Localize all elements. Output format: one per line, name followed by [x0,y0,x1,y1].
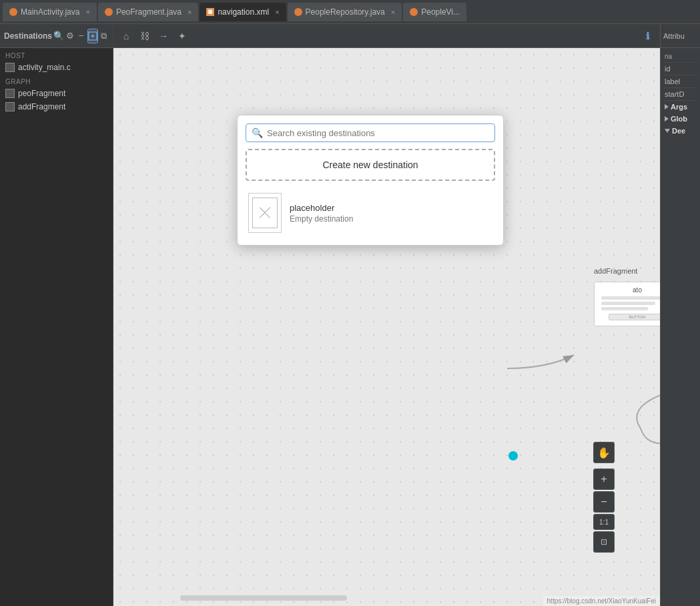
fragment-button: BUTTON [609,314,660,320]
tab-close-icon[interactable]: × [188,8,192,16]
search-box: 🔍 [246,123,495,142]
arrow-button[interactable]: → [155,27,172,45]
zoom-ratio-label: 1:1 [593,514,615,530]
glob-triangle-icon [665,116,669,121]
new-destination-button[interactable] [87,29,98,43]
info-button[interactable]: ℹ [639,27,656,45]
fragment-line-1 [601,296,660,300]
attr-row-id: id [663,63,697,75]
canvas-content[interactable]: addFragment ato BUTTON [113,48,660,606]
tab-label: MainActivity.java [21,7,79,17]
tab-label: navigation.xml [218,7,269,17]
sidebar-item-add-fragment[interactable]: addFragment [0,100,113,113]
hand-tool-button[interactable]: ✋ [593,442,615,463]
search-button[interactable]: 🔍 [53,29,64,43]
tab-close-icon[interactable]: × [85,8,89,16]
link-button[interactable]: ⛓ [136,27,153,45]
sidebar-title: Destinations [4,31,52,41]
right-panel-header: Attribu [661,24,700,48]
dest-name: placeholder [290,203,353,213]
right-panel-content: na id label startD Args Glob [661,48,700,606]
fragment-card: ato BUTTON [594,282,660,326]
sidebar-toolbar: Destinations 🔍 ⚙ − ⧉ [0,24,113,48]
tab-label: PeoFragment.java [116,7,182,17]
attr-row-label: label [663,75,697,88]
magic-button[interactable]: ✦ [173,27,191,45]
search-existing-destinations-input[interactable] [267,128,489,138]
tab-label: PeopleRepository.java [306,7,385,17]
zoom-in-button[interactable]: + [593,469,615,490]
canvas-area: ⌂ ⛓ → ✦ ℹ addFragment ato BUTTON [113,24,660,606]
create-new-destination-button[interactable]: Create new destination [246,149,495,181]
sidebar-item-activity-main[interactable]: activity_main.c [0,61,113,74]
attr-na-label: na [665,53,696,60]
sidebar-item-label: activity_main.c [18,63,71,72]
destination-dropdown: 🔍 Create new destination [237,115,504,246]
dee-label: Dee [672,127,685,135]
glob-label: Glob [671,115,687,123]
graph-section-label: GRAPH [0,74,113,87]
fragment-button-text: BUTTON [629,315,646,319]
attr-startd-label: startD [665,90,696,98]
fragment-icon [5,89,15,98]
home-button[interactable]: ⌂ [117,27,135,45]
thumb-border [252,198,278,228]
tab-navigation-xml[interactable]: ▣ navigation.xml × [200,3,286,21]
nav-toolbar: ⌂ ⛓ → ✦ ℹ [113,24,660,48]
dest-sub: Empty destination [290,214,353,224]
fragment-line-2 [601,302,655,305]
right-panel-title: Attribu [663,32,685,40]
fragment-line-3 [601,307,648,310]
java-icon [9,8,17,16]
add-fragment-label: addFragment [594,267,637,275]
copy-button[interactable]: ⧉ [99,29,109,43]
sidebar-item-label: peoFragment [18,89,65,98]
tab-people-vi[interactable]: PeopleVi... [403,3,466,21]
host-section-label: HOST [0,48,113,61]
tab-close-icon[interactable]: × [391,8,395,16]
h-scrollbar[interactable] [180,595,347,601]
attr-id-label: id [665,65,696,73]
destination-item-placeholder[interactable]: placeholder Empty destination [246,189,495,237]
attr-row-na: na [663,51,697,63]
sidebar-item-peo-fragment[interactable]: peoFragment [0,87,113,100]
fit-screen-button[interactable]: ⊡ [593,531,615,553]
activity-icon [5,63,15,72]
minus-button[interactable]: − [76,29,85,43]
tab-label: PeopleVi... [421,7,460,17]
tab-people-repository[interactable]: PeopleRepository.java × [288,3,402,21]
create-new-label: Create new destination [322,160,418,170]
tab-bar: MainActivity.java × PeoFragment.java × ▣… [0,0,700,24]
tab-peo-fragment[interactable]: PeoFragment.java × [98,3,199,21]
args-section[interactable]: Args [663,101,697,113]
dee-triangle-icon [665,129,670,133]
attr-row-startd: startD [663,88,697,101]
zoom-out-button[interactable]: − [593,491,615,513]
sidebar: Destinations 🔍 ⚙ − ⧉ HOST activity_main.… [0,24,113,606]
right-panel: Attribu na id label startD Args [660,24,700,606]
glob-section[interactable]: Glob [663,113,697,125]
xml-icon: ▣ [206,8,214,16]
args-triangle-icon [665,104,669,109]
args-label: Args [671,103,687,111]
main-layout: Destinations 🔍 ⚙ − ⧉ HOST activity_main.… [0,24,700,606]
settings-button[interactable]: ⚙ [65,29,75,43]
url-bar: https://blog.csdn.net/XiaoYunKuaiFei [543,596,660,606]
java-icon [410,8,418,16]
cyan-dot [508,451,518,461]
dee-section[interactable]: Dee [663,125,697,137]
search-icon: 🔍 [252,127,263,138]
attr-label-label: label [665,77,696,85]
dest-thumbnail [248,193,282,233]
new-dest-icon [88,31,97,41]
sidebar-item-label: addFragment [18,102,65,111]
fragment-icon [5,102,15,111]
dest-info: placeholder Empty destination [290,203,353,224]
java-icon [105,8,113,16]
tab-main-activity[interactable]: MainActivity.java × [3,3,97,21]
zoom-controls: ✋ + − 1:1 ⊡ [593,442,615,553]
fragment-card-title: ato [599,286,660,294]
tab-close-icon[interactable]: × [275,8,279,16]
java-icon [294,8,302,16]
